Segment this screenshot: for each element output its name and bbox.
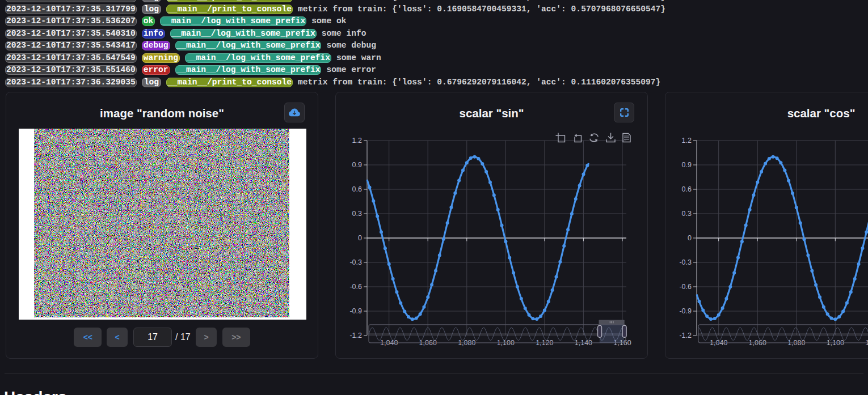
svg-text:-0.3: -0.3 [679,258,692,266]
svg-text:1.2: 1.2 [352,137,362,145]
svg-text:-0.9: -0.9 [349,307,362,315]
svg-text:-1.2: -1.2 [349,332,362,339]
svg-text:-0.3: -0.3 [349,258,362,266]
svg-text:0.6: 0.6 [352,185,362,193]
svg-text:-0.9: -0.9 [679,307,692,315]
svg-text:0.3: 0.3 [682,210,692,218]
svg-text:-1.2: -1.2 [679,332,692,339]
svg-text:-0.6: -0.6 [679,283,692,291]
svg-text:0.9: 0.9 [352,161,362,169]
svg-text:0.6: 0.6 [682,185,692,193]
svg-text:0: 0 [358,234,362,242]
svg-text:0.9: 0.9 [682,161,692,169]
svg-text:-0.6: -0.6 [349,283,362,291]
svg-text:0: 0 [688,234,692,242]
svg-text:1.2: 1.2 [682,137,692,145]
svg-text:0.3: 0.3 [352,210,362,218]
